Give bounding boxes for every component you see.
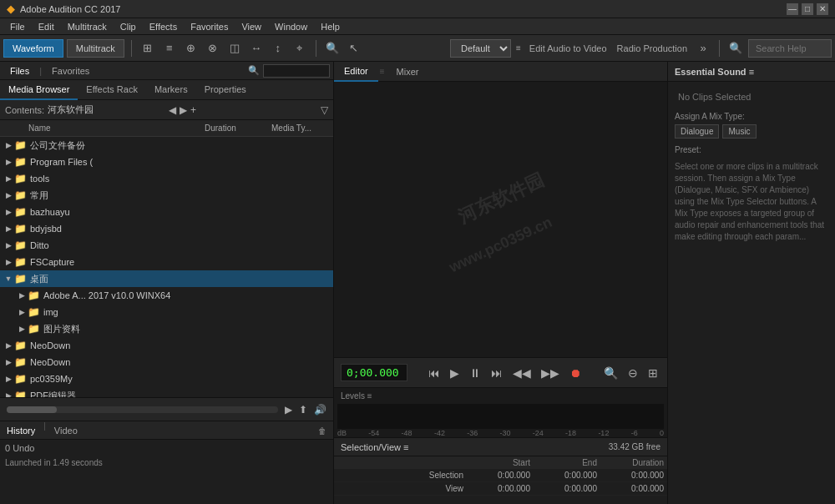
expand-icon[interactable]: ▶: [3, 208, 13, 216]
close-button[interactable]: ✕: [817, 3, 828, 15]
expand-icon[interactable]: ▶: [3, 375, 13, 383]
list-item[interactable]: ▶ 📁 tools: [0, 170, 333, 187]
expand-icon[interactable]: ▶: [3, 224, 13, 233]
toolbar-icon-6[interactable]: ↔: [247, 39, 266, 58]
play-icon[interactable]: ▶: [285, 404, 292, 416]
properties-tab[interactable]: Properties: [196, 80, 255, 100]
list-item-child[interactable]: ▶ 📁 图片资料: [0, 320, 333, 337]
list-item[interactable]: ▶ 📁 公司文件备份: [0, 137, 333, 154]
files-search-input[interactable]: [263, 64, 330, 78]
export-icon[interactable]: ⬆: [299, 404, 307, 416]
sv-selection-end[interactable]: 0:00.000: [534, 469, 600, 482]
go-start-button[interactable]: ⏮: [426, 366, 443, 380]
mixer-tab[interactable]: Mixer: [387, 62, 429, 82]
expand-icon[interactable]: ▶: [3, 341, 13, 350]
toolbar-icon-4[interactable]: ⊗: [204, 39, 222, 58]
scrollbar-thumb[interactable]: [7, 406, 57, 413]
list-item[interactable]: ▶ 📁 常用: [0, 187, 333, 204]
menu-help[interactable]: Help: [314, 18, 347, 35]
dialogue-button[interactable]: Dialogue: [675, 124, 719, 139]
search-icon[interactable]: 🔍: [726, 39, 745, 58]
list-item[interactable]: ▶ 📁 Ditto: [0, 237, 333, 254]
nav-forward-icon[interactable]: ▶: [180, 104, 187, 116]
markers-tab[interactable]: Markers: [146, 80, 196, 100]
list-item[interactable]: ▶ 📁 FSCapture: [0, 254, 333, 270]
list-item-child[interactable]: ▶ 📁 img: [0, 304, 333, 320]
sv-selection-duration[interactable]: 0:00.000: [600, 469, 667, 482]
expand-icon[interactable]: ▶: [3, 141, 13, 149]
expand-icon[interactable]: ▼: [3, 275, 13, 283]
waveform-button[interactable]: Waveform: [3, 39, 63, 58]
expand-icon[interactable]: ▶: [3, 358, 13, 366]
history-tab[interactable]: History: [0, 421, 42, 440]
toolbar-icon-1[interactable]: ⊞: [139, 39, 157, 58]
expand-icon[interactable]: ▶: [3, 258, 13, 266]
files-tab[interactable]: Files: [3, 62, 36, 80]
list-item[interactable]: ▶ 📁 bdyjsbd: [0, 220, 333, 237]
add-icon[interactable]: +: [190, 104, 196, 116]
minimize-button[interactable]: —: [787, 3, 798, 15]
expand-icon[interactable]: ▶: [3, 191, 13, 199]
list-item[interactable]: ▶ 📁 NeoDown: [0, 337, 333, 354]
expand-icon[interactable]: ▶: [3, 391, 13, 397]
horizontal-scrollbar[interactable]: [7, 406, 278, 413]
toolbar-icon-5[interactable]: ◫: [225, 39, 244, 58]
toolbar-icon-8[interactable]: ⌖: [291, 39, 309, 58]
editor-tab[interactable]: Editor: [334, 62, 378, 82]
edit-audio-video-button[interactable]: Edit Audio to Video: [526, 39, 610, 58]
sv-selection-start[interactable]: 0:00.000: [467, 469, 534, 482]
toolbar-icon-7[interactable]: ↕: [269, 39, 287, 58]
list-item-child[interactable]: ▶ 📁 Adobe A... 2017 v10.0 WINX64: [0, 287, 333, 304]
pause-button[interactable]: ⏸: [467, 366, 483, 380]
menu-file[interactable]: File: [3, 18, 32, 35]
filter-icon[interactable]: ▽: [321, 104, 328, 116]
toolbar-icon-zoom1[interactable]: 🔍: [323, 39, 342, 58]
toolbar-icon-3[interactable]: ⊕: [182, 39, 200, 58]
column-name-header[interactable]: Name: [3, 123, 205, 133]
menu-view[interactable]: View: [235, 18, 268, 35]
sv-view-start[interactable]: 0:00.000: [467, 482, 534, 496]
list-item[interactable]: ▶ 📁 PDF编辑器: [0, 387, 333, 397]
search-icon-small[interactable]: 🔍: [246, 63, 261, 78]
expand-icon[interactable]: ▶: [3, 241, 13, 249]
sv-view-end[interactable]: 0:00.000: [534, 482, 600, 496]
sv-view-duration[interactable]: 0:00.000: [600, 482, 667, 496]
video-tab[interactable]: Video: [48, 421, 84, 440]
menu-multitrack[interactable]: Multitrack: [61, 18, 114, 35]
column-type-header[interactable]: Media Ty...: [271, 123, 330, 133]
list-item-selected[interactable]: ▼ 📁 桌面: [0, 270, 333, 287]
list-item[interactable]: ▶ 📁 Program Files (: [0, 154, 333, 170]
menu-clip[interactable]: Clip: [114, 18, 143, 35]
rewind-button[interactable]: ◀◀: [510, 366, 534, 380]
column-duration-header[interactable]: Duration: [205, 123, 271, 133]
play-button[interactable]: ▶: [448, 366, 462, 380]
fit-icon[interactable]: ⊞: [645, 366, 660, 380]
favorites-tab[interactable]: Favorites: [45, 62, 96, 80]
radio-production-button[interactable]: Radio Production: [614, 39, 691, 58]
nav-back-icon[interactable]: ◀: [169, 104, 176, 116]
expand-icon[interactable]: ▶: [3, 174, 13, 183]
media-browser-tab[interactable]: Media Browser: [0, 80, 78, 100]
toolbar-icon-zoom2[interactable]: ↖: [345, 39, 363, 58]
more-presets-button[interactable]: »: [694, 39, 712, 58]
record-button[interactable]: ⏺: [567, 366, 584, 380]
go-end-button[interactable]: ⏭: [488, 366, 505, 380]
list-item[interactable]: ▶ 📁 bazhuayu: [0, 204, 333, 220]
list-item[interactable]: ▶ 📁 NeoDown: [0, 354, 333, 370]
zoom-in-icon[interactable]: 🔍: [601, 366, 620, 380]
zoom-out-icon[interactable]: ⊖: [625, 366, 640, 380]
menu-effects[interactable]: Effects: [143, 18, 184, 35]
volume-icon[interactable]: 🔊: [314, 404, 326, 416]
fast-forward-button[interactable]: ▶▶: [539, 366, 562, 380]
list-item[interactable]: ▶ 📁 pc0359My: [0, 370, 333, 387]
expand-icon[interactable]: ▶: [17, 308, 27, 316]
toolbar-icon-2[interactable]: ≡: [160, 39, 179, 58]
menu-edit[interactable]: Edit: [32, 18, 61, 35]
music-button[interactable]: Music: [722, 124, 756, 139]
expand-icon[interactable]: ▶: [17, 291, 27, 300]
menu-window[interactable]: Window: [268, 18, 314, 35]
expand-icon[interactable]: ▶: [3, 158, 13, 166]
search-input[interactable]: [748, 39, 832, 58]
expand-icon[interactable]: ▶: [17, 325, 27, 333]
menu-favorites[interactable]: Favorites: [184, 18, 235, 35]
